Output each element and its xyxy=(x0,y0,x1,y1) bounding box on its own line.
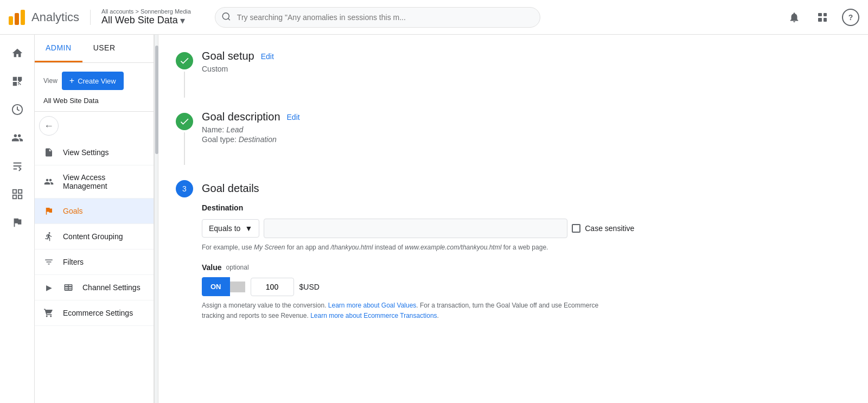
case-sensitive-row: Case sensitive xyxy=(572,224,634,233)
left-sidebar xyxy=(0,35,35,403)
top-nav: Analytics All accounts > Sonnenberg Medi… xyxy=(0,0,868,35)
destination-label: Destination xyxy=(202,203,851,212)
destination-row: Equals to ▼ Case sensitive xyxy=(202,219,851,238)
search-input[interactable] xyxy=(215,7,540,28)
currency-text: $USD xyxy=(299,283,320,291)
sidebar-item-behavior[interactable] xyxy=(4,181,30,207)
svg-line-1 xyxy=(228,18,229,20)
nav-item-goals[interactable]: Goals xyxy=(35,199,154,224)
header-nav-icons: ? xyxy=(786,9,859,26)
assign-text: Assign a monetary value to the conversio… xyxy=(202,300,609,321)
goal-values-link[interactable]: Learn more about Goal Values xyxy=(328,302,417,309)
nav-item-channel-settings-label: Channel Settings xyxy=(82,283,141,292)
logo-area: Analytics xyxy=(9,10,91,25)
back-btn-wrapper: ← xyxy=(35,112,154,140)
filter-icon xyxy=(43,257,54,267)
main-layout: ADMIN USER View + Create View All Web Si… xyxy=(0,35,868,403)
step3-content: Goal details Destination Equals to ▼ Cas… xyxy=(202,182,851,332)
table-icon xyxy=(63,283,74,292)
sidebar-item-home[interactable] xyxy=(4,40,30,66)
sidebar-item-customize[interactable] xyxy=(4,68,30,94)
logo-bar-1 xyxy=(9,16,13,25)
step-connector-2 xyxy=(184,132,185,165)
cart-icon xyxy=(43,308,54,318)
goal-step-1: Goal setup Edit Custom xyxy=(176,50,851,98)
users-icon xyxy=(43,177,54,187)
svg-point-0 xyxy=(222,12,229,19)
logo-bar-2 xyxy=(15,13,19,25)
nav-item-view-settings-label: View Settings xyxy=(63,148,109,157)
step3-header: Goal details xyxy=(202,182,851,195)
toggle-on[interactable]: ON xyxy=(202,277,230,296)
destination-input[interactable] xyxy=(264,219,567,238)
equals-to-select[interactable]: Equals to ▼ xyxy=(202,219,259,238)
nav-item-ecommerce-label: Ecommerce Settings xyxy=(63,309,133,317)
tab-admin[interactable]: ADMIN xyxy=(35,35,82,62)
nav-item-view-access-label: View Access Management xyxy=(63,173,145,190)
value-label-row: Value optional xyxy=(202,263,851,272)
nav-item-filters[interactable]: Filters xyxy=(35,250,154,275)
scroll-thumb[interactable] xyxy=(155,46,158,154)
admin-nav: ADMIN USER View + Create View All Web Si… xyxy=(35,35,154,403)
flag-icon xyxy=(43,206,54,216)
step2-header: Goal description Edit xyxy=(202,111,851,123)
logo-bar-3 xyxy=(21,10,25,25)
step3-title: Goal details xyxy=(202,182,259,195)
nav-item-content-grouping[interactable]: Content Grouping xyxy=(35,224,154,250)
toggle-switch[interactable]: ON xyxy=(202,277,245,296)
ecommerce-transactions-link[interactable]: Learn more about Ecommerce Transactions xyxy=(310,312,437,319)
step1-title: Goal setup xyxy=(202,50,254,62)
step1-check-icon xyxy=(176,52,193,69)
back-button[interactable]: ← xyxy=(39,116,59,136)
tab-user[interactable]: USER xyxy=(82,35,126,62)
goal-step-3: 3 Goal details Destination Equals to ▼ xyxy=(176,178,851,332)
value-row: ON $USD xyxy=(202,277,851,296)
plus-icon: + xyxy=(69,76,74,86)
step2-content: Goal description Edit Name: Lead Goal ty… xyxy=(202,111,851,144)
value-section: Value optional ON $USD Assign a monetary… xyxy=(202,263,851,321)
chevron-down-icon: ▼ xyxy=(245,224,252,233)
sidebar-item-acquisitions[interactable] xyxy=(4,153,30,179)
case-sensitive-checkbox[interactable] xyxy=(572,224,580,233)
sidebar-item-reports[interactable] xyxy=(4,97,30,123)
toggle-off[interactable] xyxy=(230,282,245,292)
svg-rect-5 xyxy=(12,195,16,199)
expand-arrow-icon: ▶ xyxy=(43,283,54,292)
view-name: All Web Site Data xyxy=(35,94,154,112)
goal-step-2: Goal description Edit Name: Lead Goal ty… xyxy=(176,111,851,165)
view-section: View + Create View xyxy=(35,63,154,94)
logo-icon xyxy=(9,10,25,25)
account-area: All accounts > Sonnenberg Media All Web … xyxy=(91,8,202,27)
nav-item-view-settings[interactable]: View Settings xyxy=(35,140,154,165)
create-view-button[interactable]: + Create View xyxy=(62,72,124,90)
svg-rect-6 xyxy=(18,195,21,199)
search-bar xyxy=(215,7,773,28)
step1-edit-link[interactable]: Edit xyxy=(261,52,274,61)
admin-tabs: ADMIN USER xyxy=(35,35,154,63)
step1-subtitle: Custom xyxy=(202,65,851,73)
logo-text: Analytics xyxy=(31,10,79,24)
account-path: All accounts > Sonnenberg Media xyxy=(101,8,191,15)
step2-name: Name: Lead xyxy=(202,125,851,134)
value-label: Value xyxy=(202,263,222,272)
nav-item-content-grouping-label: Content Grouping xyxy=(63,232,123,241)
sidebar-item-conversions[interactable] xyxy=(4,209,30,235)
step2-check-icon xyxy=(176,113,193,130)
help-icon[interactable]: ? xyxy=(842,9,859,26)
nav-item-goals-label: Goals xyxy=(63,207,83,215)
account-name-dropdown[interactable]: All Web Site Data ▾ xyxy=(101,15,191,27)
step-connector-1 xyxy=(184,72,185,98)
step2-edit-link[interactable]: Edit xyxy=(287,113,300,121)
sidebar-item-audience[interactable] xyxy=(4,125,30,151)
nav-item-ecommerce[interactable]: Ecommerce Settings xyxy=(35,300,154,326)
value-amount-input[interactable] xyxy=(251,278,294,296)
nav-items-list: ← View Settings View Access Management xyxy=(35,112,154,403)
destination-hint: For example, use My Screen for an app an… xyxy=(202,242,851,252)
nav-item-filters-label: Filters xyxy=(63,258,84,266)
nav-item-channel-settings[interactable]: ▶ Channel Settings xyxy=(35,275,154,300)
grid-icon[interactable] xyxy=(814,9,831,26)
nav-item-view-access[interactable]: View Access Management xyxy=(35,165,154,199)
search-icon xyxy=(221,11,231,23)
step1-content: Goal setup Edit Custom xyxy=(202,50,851,73)
bell-icon[interactable] xyxy=(786,9,803,26)
